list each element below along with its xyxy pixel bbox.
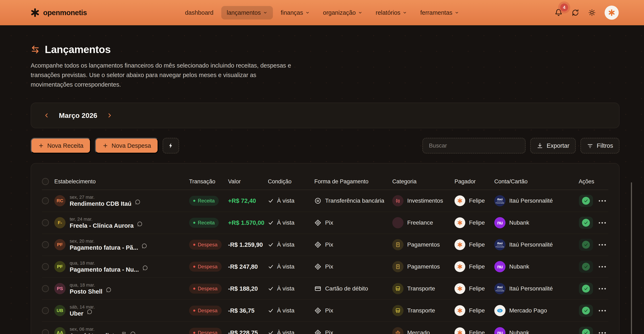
search-input[interactable] <box>422 138 526 154</box>
new-income-button[interactable]: Nova Receita <box>31 138 91 154</box>
payer-avatar <box>454 261 465 272</box>
merchant-avatar: PF <box>54 239 66 250</box>
transaction-date: qua, 18 mar. <box>70 260 148 266</box>
account-logo: ItaúPersonnalité <box>494 239 506 250</box>
sun-icon <box>588 9 596 16</box>
category-label: Pagamentos <box>407 263 440 270</box>
table-row[interactable]: PF qua, 18 mar. Pagamento fatura - Nu...… <box>42 256 608 278</box>
user-avatar[interactable] <box>604 5 619 20</box>
scrollbar-thumb[interactable] <box>631 182 632 334</box>
row-menu-button[interactable] <box>599 244 606 246</box>
row-menu-button[interactable] <box>599 288 606 290</box>
status-confirm-button[interactable] <box>579 239 593 251</box>
plus-icon <box>38 143 44 149</box>
theme-toggle-button[interactable] <box>588 9 596 16</box>
condition-label: À vista <box>277 285 294 292</box>
transaction-date: sex, 20 mar. <box>70 238 147 244</box>
comment-icon[interactable] <box>130 331 136 334</box>
account-logo: nu <box>494 261 506 272</box>
transaction-name: Freela - Clínica Aurora <box>70 222 134 229</box>
column-header: Valor <box>228 178 268 185</box>
previous-month-button[interactable] <box>44 112 50 118</box>
nav-item-financas[interactable]: finanças <box>275 6 315 19</box>
transaction-name: Pagamento fatura - Pã... <box>70 244 138 251</box>
nav-item-relatorios[interactable]: relatórios <box>370 6 412 19</box>
merchant-avatar: RC <box>54 195 66 206</box>
transaction-type-badge: Despesa <box>189 284 222 294</box>
swap-arrows-icon <box>31 45 40 54</box>
status-confirm-button[interactable] <box>579 305 593 317</box>
payment-method-icon <box>314 263 322 270</box>
condition-label: À vista <box>277 263 294 270</box>
comment-icon[interactable] <box>137 221 143 227</box>
check-icon <box>268 220 274 226</box>
account-logo <box>494 305 506 316</box>
row-menu-button[interactable] <box>599 310 606 312</box>
notifications-button[interactable]: 4 <box>554 8 563 17</box>
table-row[interactable]: UB sáb, 14 mar. Uber Despesa -R$ 36,75 À… <box>42 300 608 322</box>
status-confirm-button[interactable] <box>579 283 593 295</box>
condition-label: À vista <box>277 241 294 248</box>
row-checkbox[interactable] <box>42 307 49 314</box>
transaction-type-badge: Receita <box>189 196 219 206</box>
table-row[interactable]: PS qua, 18 mar. Posto Shell Despesa -R$ … <box>42 278 608 300</box>
payer-avatar <box>454 327 465 334</box>
type-dot <box>193 200 195 202</box>
category-label: Mercado <box>407 330 430 334</box>
chevron-right-icon <box>106 112 112 118</box>
check-icon <box>268 330 274 334</box>
nav-item-organizacao[interactable]: organização <box>318 6 368 19</box>
comment-icon[interactable] <box>135 199 140 205</box>
new-expense-button[interactable]: Nova Despesa <box>95 138 158 154</box>
page-description: Acompanhe todos os lançamentos financeir… <box>31 61 300 89</box>
status-confirm-button[interactable] <box>579 217 593 229</box>
row-checkbox[interactable] <box>42 263 49 270</box>
comment-icon[interactable] <box>87 309 92 315</box>
category-icon <box>392 327 404 334</box>
month-label: Março 2026 <box>59 111 97 120</box>
column-header: Conta/Cartão <box>494 178 575 185</box>
category-icon <box>392 217 404 228</box>
status-confirm-button[interactable] <box>579 327 593 334</box>
transaction-name: Rendimento CDB Itaú <box>70 200 132 207</box>
row-checkbox[interactable] <box>42 219 49 226</box>
row-menu-button[interactable] <box>599 332 606 334</box>
brand-name: openmonetis <box>43 8 87 17</box>
payer-avatar <box>454 217 465 228</box>
nav-item-ferramentas[interactable]: ferramentas <box>415 6 464 19</box>
row-checkbox[interactable] <box>42 197 49 204</box>
status-check-icon <box>582 307 590 315</box>
type-dot <box>193 332 195 334</box>
select-all-checkbox[interactable] <box>42 178 49 185</box>
account-name: Itaú Personnalité <box>509 197 553 204</box>
comment-icon[interactable] <box>142 243 147 249</box>
comment-icon[interactable] <box>142 265 148 271</box>
sync-button[interactable] <box>572 9 579 16</box>
table-row[interactable]: PF sex, 20 mar. Pagamento fatura - Pã...… <box>42 234 608 256</box>
type-dot <box>193 266 195 268</box>
status-confirm-button[interactable] <box>579 261 593 273</box>
nav-item-dashboard[interactable]: dashboard <box>180 6 219 19</box>
comment-icon[interactable] <box>106 287 112 293</box>
month-selector: Março 2026 <box>31 103 620 128</box>
table-row[interactable]: RC sex, 27 mar. Rendimento CDB Itaú Rece… <box>42 190 608 212</box>
row-checkbox[interactable] <box>42 329 49 334</box>
next-month-button[interactable] <box>106 112 112 118</box>
status-confirm-button[interactable] <box>579 195 593 207</box>
export-button[interactable]: Exportar <box>530 138 576 154</box>
row-menu-button[interactable] <box>599 200 606 202</box>
transaction-type-badge: Despesa <box>189 240 222 250</box>
row-checkbox[interactable] <box>42 285 49 292</box>
nav-item-lancamentos[interactable]: lançamentos <box>221 6 273 19</box>
filters-button[interactable]: Filtros <box>580 138 620 154</box>
table-row[interactable]: F- ter, 24 mar. Freela - Clínica Aurora … <box>42 212 608 234</box>
row-checkbox[interactable] <box>42 241 49 248</box>
brand-logo[interactable]: openmonetis <box>31 8 87 17</box>
payer-avatar <box>454 305 465 316</box>
table-row[interactable]: AA sex, 06 mar. Assaí Atacadista Despesa… <box>42 322 608 334</box>
row-menu-button[interactable] <box>599 266 606 268</box>
merchant-avatar: UB <box>54 305 66 316</box>
payment-method-label: Pix <box>325 241 333 248</box>
quick-action-button[interactable] <box>162 138 179 154</box>
row-menu-button[interactable] <box>599 222 606 224</box>
